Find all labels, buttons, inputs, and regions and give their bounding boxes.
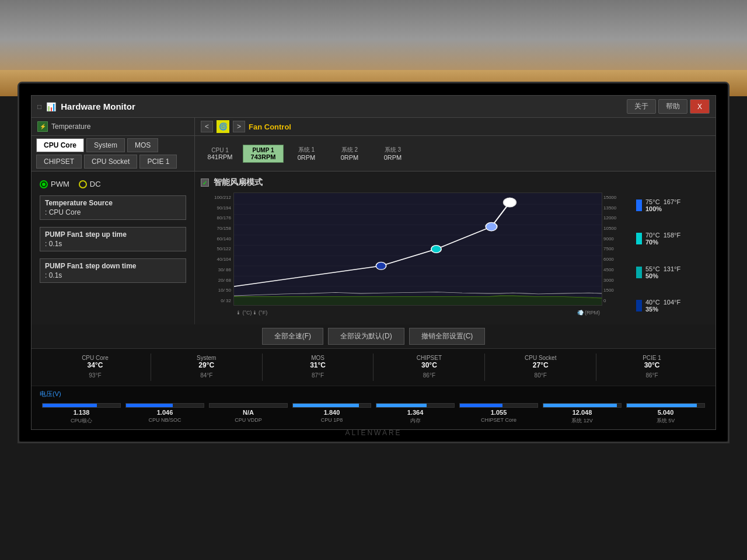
- legend-item-3: 40°C 104°F 35%: [636, 299, 707, 313]
- help-button[interactable]: 帮助: [658, 99, 687, 114]
- stat-system: System 29°C 84°F: [151, 354, 263, 381]
- btn-cpu-socket[interactable]: CPU Socket: [84, 155, 137, 169]
- y-right-6: 6000: [603, 257, 629, 262]
- bottom-stats: CPU Core 34°C 93°F System 29°C 84°F MOS …: [32, 348, 715, 386]
- dc-radio[interactable]: DC: [79, 180, 101, 188]
- pwm-radio-circle: [40, 180, 48, 188]
- volt-bar-cpu-core: [42, 403, 121, 408]
- y-right-2: 12000: [603, 215, 629, 220]
- legend-text-0: 75°C 167°F 100%: [645, 198, 680, 212]
- volt-bar-sys5v: [626, 403, 705, 408]
- mode-label: 智能风扇模式: [214, 177, 263, 188]
- btn-pcie1[interactable]: PCIE 1: [139, 155, 177, 169]
- step-down-title: PUMP Fan1 step down time: [45, 262, 181, 270]
- legend-text-1: 70°C 158°F 70%: [645, 232, 680, 246]
- stat-pcie1: PCIE 1 30°C 86°F: [596, 354, 707, 381]
- close-button[interactable]: X: [690, 99, 710, 114]
- volt-fill-sys12v: [543, 404, 617, 407]
- x-label-c: 🌡 (°C): [236, 310, 252, 316]
- set-default-button[interactable]: 全部设为默认(D): [328, 328, 404, 345]
- control-point-70[interactable]: [486, 222, 497, 230]
- legend-item-0: 75°C 167°F 100%: [636, 198, 707, 212]
- svg-marker-10: [234, 296, 602, 305]
- y-right-10: 0: [603, 298, 629, 303]
- fan-prev-button[interactable]: <: [201, 121, 213, 132]
- x-label-rpm: 💨 (RPM): [577, 310, 601, 316]
- legend-bar-2: [636, 267, 642, 278]
- cancel-all-button[interactable]: 撤销全部设置(C): [409, 328, 486, 345]
- volt-bar-cpu-1p8: [292, 403, 371, 408]
- y-right-5: 7500: [603, 246, 629, 251]
- volt-val-chipset: 1.055: [457, 409, 540, 416]
- legend-bar-3: [636, 300, 642, 312]
- volt-name-cpu-vddp: CPU VDDP: [207, 417, 290, 423]
- volt-fill-cpu-core: [43, 404, 97, 407]
- voltage-bars: 1.138 CPU核心 1.046 CPU NB/SOC: [40, 402, 707, 425]
- temp-source-value: : CPU Core: [45, 208, 181, 216]
- step-up-box: PUMP Fan1 step up time : 0.1s: [40, 227, 186, 251]
- y-right-8: 3000: [603, 278, 629, 283]
- btn-system[interactable]: System: [86, 138, 125, 152]
- title-buttons: 关于 帮助 X: [627, 99, 710, 114]
- legend-item-1: 70°C 158°F 70%: [636, 232, 707, 246]
- pwm-radio[interactable]: PWM: [40, 180, 69, 188]
- chart-wrapper: 100/212 90/194 80/176 70/158 60/140 50/1…: [201, 192, 629, 318]
- volt-cpu-vddp: N/A CPU VDDP: [207, 402, 290, 425]
- y-right-0: 15000: [603, 195, 629, 200]
- monitor-frame: □ 📊 Hardware Monitor 关于 帮助 X ⚡ Temperatu…: [18, 82, 729, 443]
- control-point-55[interactable]: [431, 246, 441, 253]
- volt-chipset-core: 1.055 CHIPSET Core: [457, 402, 540, 425]
- volt-val-cpu-vddp: N/A: [207, 409, 290, 416]
- y-left-1: 90/194: [201, 205, 231, 211]
- volt-name-cpu-nb: CPU NB/SOC: [123, 417, 207, 423]
- about-button[interactable]: 关于: [627, 99, 656, 114]
- fan-sys1[interactable]: 系统 1 0RPM: [286, 146, 327, 161]
- fan-cpu1[interactable]: CPU 1 841RPM: [200, 147, 240, 160]
- temperature-label: Temperature: [51, 123, 90, 131]
- legend-bar-1: [636, 233, 642, 244]
- y-right-4: 9000: [603, 236, 629, 242]
- voltage-section: 电压(V) 1.138 CPU核心 1.046 CPU: [32, 386, 715, 429]
- full-speed-button[interactable]: 全部全速(F): [262, 328, 323, 345]
- volt-cpu-1p8: 1.840 CPU 1P8: [290, 402, 374, 425]
- stat-cpu-socket: CPU Socket 27°C 80°F: [485, 354, 596, 381]
- volt-fill-memory: [376, 404, 427, 407]
- btn-chipset[interactable]: CHIPSET: [36, 155, 82, 169]
- btn-cpu-core[interactable]: CPU Core: [36, 138, 84, 152]
- step-up-title: PUMP Fan1 step up time: [45, 230, 181, 239]
- control-point-75[interactable]: [504, 198, 516, 207]
- btn-mos[interactable]: MOS: [127, 138, 158, 152]
- main-content: PWM DC Temperature Source : CPU Core PUM…: [32, 172, 715, 324]
- fan-next-button[interactable]: >: [233, 121, 245, 132]
- volt-name-chipset: CHIPSET Core: [457, 417, 540, 423]
- fan-control-header: < 🌀 > Fan Control: [195, 118, 715, 135]
- volt-val-cpu-core: 1.138: [40, 409, 123, 416]
- volt-val-cpu-nb: 1.046: [123, 409, 207, 416]
- volt-cpu-nb: 1.046 CPU NB/SOC: [123, 402, 207, 425]
- fan-sys3[interactable]: 系统 3 0RPM: [372, 146, 413, 161]
- control-point-40[interactable]: [376, 262, 386, 270]
- volt-name-cpu-1p8: CPU 1P8: [290, 417, 374, 423]
- volt-val-cpu-1p8: 1.840: [290, 409, 374, 416]
- x-axis-labels: 🌡 (°C) 🌡 (°F) 💨 (RPM): [233, 307, 602, 318]
- volt-name-sys5v: 系统 5V: [624, 417, 707, 425]
- chart-svg-container[interactable]: [233, 192, 602, 306]
- app-window: □ 📊 Hardware Monitor 关于 帮助 X ⚡ Temperatu…: [31, 95, 716, 430]
- volt-bar-chipset: [459, 403, 538, 408]
- legend-text-2: 55°C 131°F 50%: [645, 265, 680, 279]
- volt-fill-cpu-nb: [126, 404, 173, 407]
- volt-bar-cpu-nb: [125, 403, 204, 408]
- step-up-value: : 0.1s: [45, 240, 181, 248]
- fan-sys2[interactable]: 系统 2 0RPM: [329, 146, 370, 161]
- mode-checkbox[interactable]: ✓: [201, 178, 209, 187]
- pwm-label: PWM: [51, 180, 69, 188]
- app-title: Hardware Monitor: [61, 102, 135, 111]
- fan-pump1[interactable]: PUMP 1 743RPM: [243, 145, 284, 163]
- chart-mode-header: ✓ 智能风扇模式: [201, 177, 710, 188]
- brand-label: ALIENWARE: [345, 429, 402, 437]
- volt-val-sys12v: 12.048: [540, 409, 624, 416]
- voltage-label: 电压(V): [40, 390, 707, 398]
- volt-bar-cpu-vddp: [209, 403, 288, 408]
- volt-bar-memory: [376, 403, 455, 408]
- y-left-10: 0/ 32: [201, 298, 231, 303]
